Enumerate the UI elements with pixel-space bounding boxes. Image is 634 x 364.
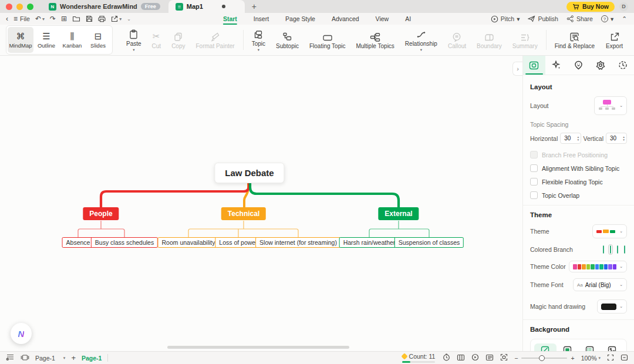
colored-branch-option-2[interactable] — [608, 244, 613, 255]
tab-page-format[interactable] — [523, 56, 545, 75]
help-button[interactable]: ? ▾ — [601, 15, 613, 22]
kanban-view-button[interactable] — [457, 354, 465, 362]
slideshow-panel-button[interactable] — [21, 354, 29, 362]
ai-assistant-button[interactable]: N — [11, 323, 32, 344]
fit-map-button[interactable] — [500, 353, 508, 362]
floating-topic-button[interactable]: Floating Topic — [304, 26, 351, 54]
redo-button[interactable]: ↷ — [50, 15, 56, 23]
file-menu[interactable]: ≡ File — [14, 15, 30, 23]
user-avatar[interactable]: D — [619, 2, 628, 11]
check-topic-overlap[interactable]: Topic Overlap — [530, 191, 627, 199]
print-button[interactable] — [98, 15, 106, 22]
export-button[interactable]: Export — [601, 26, 628, 54]
branch-technical[interactable]: Technical — [221, 207, 266, 220]
tab-start[interactable]: Start — [222, 15, 238, 23]
close-window-button[interactable] — [6, 4, 12, 10]
view-mode-outline[interactable]: ☰Outline — [33, 27, 59, 53]
app-tab[interactable]: N Wondershare EdrawMind Free — [41, 0, 168, 13]
zoom-window-button[interactable] — [27, 4, 33, 10]
mindmap-canvas[interactable]: Law Debate People Technical External Abs… — [0, 56, 522, 351]
horizontal-spacing-input[interactable]: 30 ▴▾ — [560, 133, 581, 144]
tab-theme-resources[interactable] — [589, 56, 612, 75]
topic-harsh-rain-weather[interactable]: Harsh rain/weather — [339, 237, 400, 248]
theme-font-dropdown[interactable]: Aa Arial (Big) ⌄ — [573, 278, 627, 291]
tab-advanced[interactable]: Advanced — [331, 15, 360, 23]
colored-branch-option-1[interactable] — [601, 244, 606, 255]
view-mode-mindmap[interactable]: ⌘MindMap — [8, 27, 33, 53]
page-selector[interactable]: Page-1 ▾ — [35, 355, 65, 362]
quickbar-collapse-icon[interactable]: ⌄ — [127, 16, 131, 22]
tab-ai-tools[interactable] — [545, 56, 568, 75]
colored-branch-option-4[interactable] — [622, 244, 627, 255]
spin-down-icon[interactable]: ▾ — [623, 139, 625, 141]
colored-branch-option-3[interactable] — [615, 244, 620, 255]
zoom-slider[interactable]: − + — [514, 355, 574, 362]
layout-dropdown[interactable]: ⌄ — [594, 96, 627, 115]
outline-panel-button[interactable] — [6, 353, 15, 362]
relationship-button[interactable]: Relationship ▾ — [400, 26, 443, 54]
publish-button[interactable]: Publish — [528, 15, 558, 22]
topic-button[interactable]: Topic ▾ — [247, 26, 271, 54]
paste-button[interactable]: Paste ▾ — [121, 26, 147, 54]
multiple-topics-button[interactable]: Multiple Topics — [350, 26, 399, 54]
topic-busy-class-schedules[interactable]: Busy class schedules — [91, 237, 158, 248]
checkbox-icon[interactable] — [530, 191, 538, 199]
view-mode-kanban[interactable]: ⫼Kanban — [59, 27, 85, 53]
sidebar-collapse-button[interactable]: › — [512, 62, 522, 76]
theme-dropdown[interactable]: ⌄ — [592, 224, 627, 238]
background-color-option[interactable]: Color — [557, 343, 579, 351]
view-mode-slides[interactable]: ⊟Slides — [85, 27, 111, 53]
tab-view[interactable]: View — [375, 15, 390, 23]
background-texture-option[interactable]: Texture — [579, 343, 601, 351]
check-alignment-sibling[interactable]: Alignment With Sibling Topic — [530, 164, 627, 172]
zoom-slider-track[interactable] — [521, 358, 567, 359]
collapse-statusbar-button[interactable] — [620, 354, 628, 362]
new-document-button[interactable]: ⊞ — [61, 15, 67, 23]
check-flexible-floating[interactable]: Flexible Floating Topic — [530, 178, 627, 186]
page-tab-1[interactable]: Page-1 — [82, 355, 102, 362]
tab-page-style[interactable]: Page Style — [284, 15, 316, 23]
share-export-button[interactable]: ▾ — [111, 15, 122, 22]
tab-insert[interactable]: Insert — [252, 15, 270, 23]
buy-now-button[interactable]: Buy Now — [566, 2, 615, 12]
add-page-button[interactable]: + — [71, 353, 76, 362]
vertical-spacing-input[interactable]: 30 ▴▾ — [606, 133, 627, 144]
zoom-in-icon[interactable]: + — [571, 355, 574, 362]
branch-people[interactable]: People — [83, 207, 119, 220]
new-tab-button[interactable]: + — [245, 2, 264, 11]
timer-button[interactable] — [443, 353, 450, 362]
tab-history[interactable] — [612, 56, 634, 75]
root-topic[interactable]: Law Debate — [214, 163, 284, 183]
topic-room-unavailability[interactable]: Room unavailability — [157, 237, 219, 248]
topic-suspension-of-classes[interactable]: Suspension of classes — [394, 237, 464, 248]
background-none-option[interactable]: None — [534, 343, 557, 351]
ribbon-collapse-icon[interactable]: ⌃ — [622, 15, 627, 22]
fullscreen-button[interactable] — [607, 354, 614, 362]
topic-slow-internet[interactable]: Slow internet (for streaming) — [255, 237, 341, 248]
slideshow-button[interactable] — [485, 354, 494, 362]
checkbox-icon[interactable] — [530, 164, 538, 172]
magic-hand-drawing-dropdown[interactable]: ⌄ — [597, 299, 627, 314]
tab-ai[interactable]: AI — [404, 15, 412, 23]
topic-absence[interactable]: Absence — [62, 237, 95, 248]
horizontal-scrollbar[interactable] — [167, 346, 349, 349]
zoom-slider-thumb[interactable] — [539, 355, 545, 361]
document-tab[interactable]: ☰ Map1 — [168, 0, 245, 13]
zoom-out-icon[interactable]: − — [514, 355, 518, 362]
zoom-level-selector[interactable]: 100% ▾ — [581, 355, 601, 362]
pitch-button[interactable]: Pitch ▾ — [491, 15, 520, 23]
back-button[interactable]: ‹ — [6, 15, 8, 23]
minimize-window-button[interactable] — [16, 4, 23, 10]
save-button[interactable] — [86, 15, 93, 22]
theme-color-dropdown[interactable]: ⌄ — [569, 261, 627, 272]
subtopic-button[interactable]: Subtopic — [271, 26, 304, 54]
background-image-option[interactable]: Image — [601, 343, 623, 351]
tab-stickers[interactable] — [568, 56, 590, 75]
pitch-play-button[interactable] — [471, 353, 479, 362]
topic-count-badge[interactable]: Count: 11 — [402, 353, 436, 363]
branch-external[interactable]: External — [378, 207, 419, 220]
spin-down-icon[interactable]: ▾ — [578, 139, 579, 141]
find-replace-button[interactable]: Find & Replace — [549, 26, 600, 54]
topic-loss-of-power[interactable]: Loss of power — [215, 237, 261, 248]
undo-button[interactable]: ↶ ▾ — [35, 15, 45, 23]
